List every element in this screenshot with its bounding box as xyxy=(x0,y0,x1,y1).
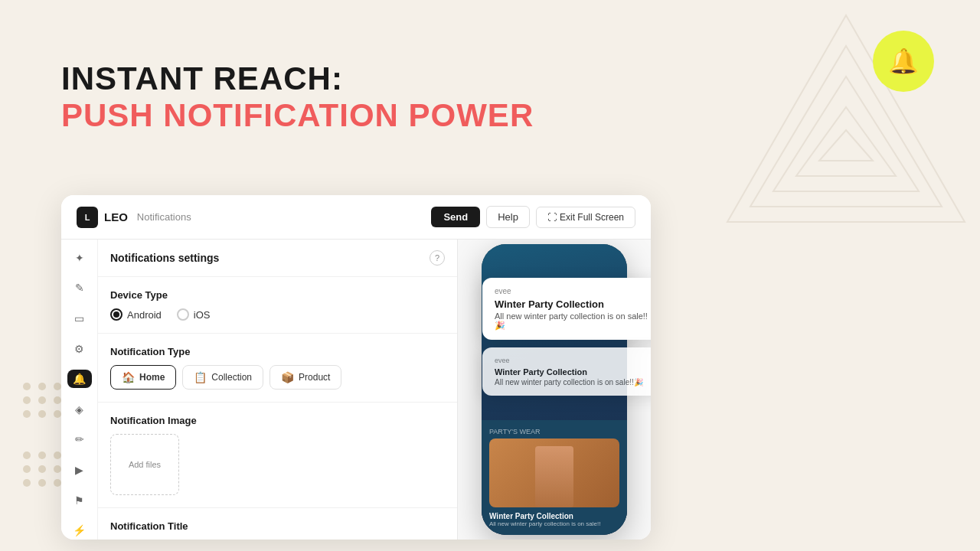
notif-image-figure xyxy=(535,446,573,507)
image-upload-box[interactable]: Add files xyxy=(110,434,179,495)
decorative-dots-2 xyxy=(23,452,63,487)
popup-desc-1: All new winter party collection is on sa… xyxy=(495,311,651,331)
help-button[interactable]: Help xyxy=(486,206,530,228)
sidebar-icons: ✦ ✎ ▭ ⚙ 🔔 ◈ ✏ ▶ ⚑ ⚡ xyxy=(61,240,98,540)
sidebar-icon-bell[interactable]: 🔔 xyxy=(67,370,92,388)
notif-image xyxy=(489,439,619,507)
type-btn-collection[interactable]: 📋 Collection xyxy=(182,365,263,390)
notif-card-desc: All new winter party collection is on sa… xyxy=(489,520,619,527)
settings-title: Notifications settings xyxy=(110,252,219,264)
type-btn-home[interactable]: 🏠 Home xyxy=(110,365,176,390)
type-buttons-group: 🏠 Home 📋 Collection 📦 Product xyxy=(110,365,445,390)
svg-marker-3 xyxy=(796,107,896,176)
header-actions: Send Help ⛶ Exit Full Screen xyxy=(431,206,635,228)
hero-line1: INSTANT REACH: xyxy=(61,61,534,96)
sidebar-icon-bolt[interactable]: ⚡ xyxy=(67,521,92,540)
device-type-section: Device Type Android iOS xyxy=(98,277,457,334)
arrow-decoration xyxy=(458,331,461,393)
ios-radio-circle xyxy=(177,308,189,321)
settings-help-icon[interactable]: ? xyxy=(430,250,445,266)
notification-image-label: Notification Image xyxy=(110,415,445,426)
send-button[interactable]: Send xyxy=(431,207,480,227)
bg-decoration xyxy=(712,0,980,268)
popup-app-name-1: evee xyxy=(495,287,651,295)
android-radio-circle xyxy=(110,308,122,321)
type-btn-product[interactable]: 📦 Product xyxy=(270,365,341,390)
notification-title-section: Notification Title xyxy=(98,508,457,540)
notification-type-label: Notification Type xyxy=(110,346,445,357)
notification-popups: evee Winter Party Collection All new win… xyxy=(482,278,651,396)
sidebar-icon-flag[interactable]: ⚑ xyxy=(67,491,92,510)
popup-title-1: Winter Party Collection xyxy=(495,298,651,310)
phone-preview-area: 🔒 15:26 Party's wear Winter Party Collec… xyxy=(458,240,651,540)
svg-marker-2 xyxy=(773,77,919,191)
card-logo: L LEO Notifications xyxy=(77,207,191,228)
device-type-label: Device Type xyxy=(110,289,445,301)
logo-box: L xyxy=(77,207,98,228)
notification-image-section: Notification Image Add files xyxy=(98,403,457,508)
svg-marker-4 xyxy=(819,130,873,161)
notification-type-section: Notification Type 🏠 Home 📋 Collection 📦 … xyxy=(98,334,457,403)
ios-radio[interactable]: iOS xyxy=(177,308,211,321)
sidebar-icon-tag[interactable]: ◈ xyxy=(67,400,92,419)
fullscreen-button[interactable]: ⛶ Exit Full Screen xyxy=(536,207,635,228)
popup-desc-2: All new winter party collection is on sa… xyxy=(495,378,651,386)
sidebar-icon-edit[interactable]: ✎ xyxy=(67,279,92,298)
popup-title-2: Winter Party Collection xyxy=(495,367,651,377)
notification-bell-icon[interactable]: 🔔 xyxy=(873,31,934,92)
android-radio[interactable]: Android xyxy=(110,308,162,321)
popup-app-name-2: evee xyxy=(495,357,651,364)
sidebar-icon-brush[interactable]: ✏ xyxy=(67,431,92,449)
settings-panel: Notifications settings ? Device Type And… xyxy=(98,240,458,540)
settings-header: Notifications settings ? xyxy=(98,240,457,277)
card-header: L LEO Notifications Send Help ⛶ Exit Ful… xyxy=(61,195,651,240)
phone-notification-card: Party's wear Winter Party Collection All… xyxy=(482,420,627,535)
sidebar-icon-gear[interactable]: ⚙ xyxy=(67,340,92,358)
notif-tag: Party's wear xyxy=(489,428,619,435)
logo-name: LEO xyxy=(104,210,128,223)
sidebar-icon-file[interactable]: ▭ xyxy=(67,309,92,328)
logo-subtitle: Notifications xyxy=(137,211,191,223)
notification-popup-large: evee Winter Party Collection All new win… xyxy=(482,278,651,340)
sidebar-icon-plus[interactable]: ✦ xyxy=(67,249,92,267)
notification-title-label: Notification Title xyxy=(110,520,445,532)
hero-section: INSTANT REACH: PUSH NOTIFICATION POWER xyxy=(61,61,534,135)
sidebar-icon-play[interactable]: ▶ xyxy=(67,461,92,479)
main-ui-card: L LEO Notifications Send Help ⛶ Exit Ful… xyxy=(61,195,651,540)
notification-popup-small: evee Winter Party Collection All new win… xyxy=(482,347,651,396)
decorative-dots-1 xyxy=(23,383,63,418)
card-body: ✦ ✎ ▭ ⚙ 🔔 ◈ ✏ ▶ ⚑ ⚡ Notifications settin… xyxy=(61,240,651,540)
notif-card-title: Winter Party Collection xyxy=(489,512,619,520)
hero-line2: PUSH NOTIFICATION POWER xyxy=(61,96,534,135)
add-files-label: Add files xyxy=(129,460,161,469)
device-type-radio-group: Android iOS xyxy=(110,308,445,321)
